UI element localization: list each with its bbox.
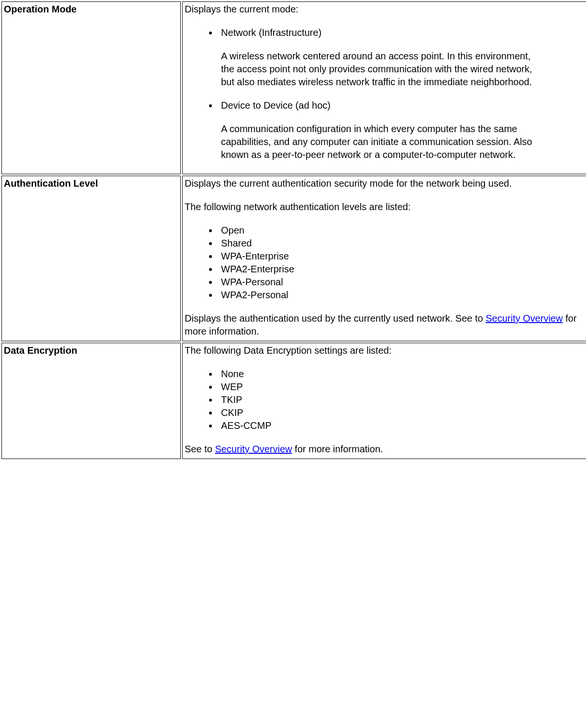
auth-list: Open Shared WPA-Enterprise WPA2-Enterpri… [185, 224, 586, 302]
auth-outro-before: Displays the authentication used by the … [185, 313, 486, 324]
enc-outro: See to Security Overview for more inform… [185, 443, 586, 456]
row-operation-mode: Operation Mode Displays the current mode… [1, 1, 586, 174]
enc-outro-before: See to [185, 444, 215, 454]
enc-list: None WEP TKIP CKIP AES-CCMP [185, 368, 586, 432]
auth-item-wpa-enterprise: WPA-Enterprise [218, 250, 586, 263]
settings-table: Operation Mode Displays the current mode… [0, 0, 586, 460]
mode-network: Network (Infrastructure) A wireless netw… [218, 26, 586, 89]
label-authentication-level: Authentication Level [1, 176, 181, 341]
desc-operation-mode: Displays the current mode: Network (Infr… [182, 1, 586, 174]
security-overview-link[interactable]: Security Overview [486, 313, 563, 324]
auth-item-wpa2-enterprise: WPA2-Enterprise [218, 263, 586, 276]
auth-item-shared: Shared [218, 237, 586, 250]
auth-item-open: Open [218, 224, 586, 237]
row-authentication-level: Authentication Level Displays the curren… [1, 176, 586, 341]
enc-item-tkip: TKIP [218, 393, 586, 406]
auth-para1: Displays the current authentication secu… [185, 177, 586, 190]
mode-adhoc-title: Device to Device (ad hoc) [221, 99, 586, 112]
enc-outro-after: for more information. [292, 444, 383, 454]
security-overview-link-2[interactable]: Security Overview [215, 444, 292, 454]
auth-item-wpa-personal: WPA-Personal [218, 276, 586, 289]
mode-adhoc: Device to Device (ad hoc) A communicatio… [218, 99, 586, 161]
auth-outro: Displays the authentication used by the … [185, 312, 586, 338]
enc-item-wep: WEP [218, 381, 586, 393]
enc-item-aes-ccmp: AES-CCMP [218, 419, 586, 432]
mode-network-title: Network (Infrastructure) [221, 26, 586, 39]
auth-para2: The following network authentication lev… [185, 201, 586, 213]
enc-item-none: None [218, 368, 586, 381]
label-operation-mode: Operation Mode [1, 1, 181, 174]
desc-data-encryption: The following Data Encryption settings a… [182, 343, 586, 459]
enc-para1: The following Data Encryption settings a… [185, 344, 586, 357]
desc-authentication-level: Displays the current authentication secu… [182, 176, 586, 341]
enc-item-ckip: CKIP [218, 406, 586, 419]
label-data-encryption: Data Encryption [1, 343, 181, 459]
operation-mode-intro: Displays the current mode: [185, 4, 299, 14]
operation-mode-list: Network (Infrastructure) A wireless netw… [185, 26, 586, 161]
mode-adhoc-body: A communication configuration in which e… [221, 123, 586, 161]
mode-network-body: A wireless network centered around an ac… [221, 50, 586, 89]
auth-item-wpa2-personal: WPA2-Personal [218, 289, 586, 302]
row-data-encryption: Data Encryption The following Data Encry… [1, 343, 586, 459]
